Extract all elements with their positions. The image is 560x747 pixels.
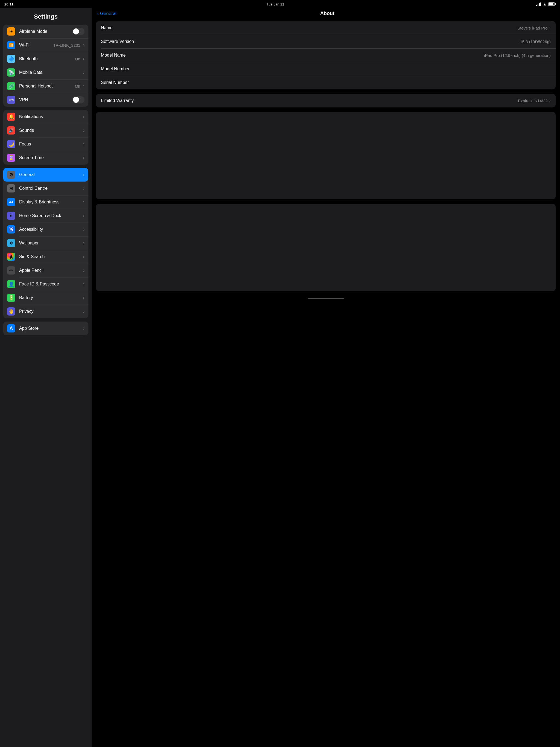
sidebar-group-store: A App Store ›: [3, 321, 88, 335]
focus-icon: 🌙: [7, 140, 15, 148]
sidebar-group-network: ✈ Airplane Mode 📶 Wi-Fi TP-LINK_3201 › 🔷…: [3, 25, 88, 107]
notifications-icon: 🔔: [7, 113, 15, 121]
sidebar-group-notifications: 🔔 Notifications › 🔊 Sounds › 🌙 Focus › ⌛…: [3, 110, 88, 164]
sidebar-item-battery[interactable]: 🔋 Battery ›: [3, 291, 88, 305]
sounds-label: Sounds: [19, 128, 81, 133]
info-group-main: Name Steve's iPad Pro › Software Version…: [96, 21, 556, 89]
sidebar-item-face-id-passcode[interactable]: 👤 Face ID & Passcode ›: [3, 277, 88, 291]
model-name-label: Model Name: [101, 53, 484, 58]
siri-search-label: Siri & Search: [19, 254, 81, 259]
sidebar-item-sounds[interactable]: 🔊 Sounds ›: [3, 124, 88, 137]
sidebar-item-privacy[interactable]: 🤚 Privacy ›: [3, 305, 88, 318]
battery-settings-icon: 🔋: [7, 294, 15, 302]
name-chevron-icon: ›: [549, 25, 551, 30]
mobile-data-icon: 📡: [7, 68, 15, 77]
sidebar-item-general[interactable]: ⚙ General ›: [3, 168, 88, 182]
accessibility-chevron-icon: ›: [83, 227, 84, 232]
home-indicator-bar: [308, 298, 344, 299]
vpn-toggle[interactable]: [73, 96, 84, 103]
info-row-model-number[interactable]: Model Number ›: [96, 62, 556, 76]
focus-label: Focus: [19, 141, 81, 147]
vpn-icon: VPN: [7, 96, 15, 104]
sidebar: Settings ✈ Airplane Mode 📶 Wi-Fi TP-LINK…: [0, 8, 92, 747]
bluetooth-label: Bluetooth: [19, 56, 75, 61]
privacy-label: Privacy: [19, 309, 81, 314]
airplane-mode-label: Airplane Mode: [19, 29, 73, 34]
bluetooth-icon: 🔷: [7, 55, 15, 63]
personal-hotspot-label: Personal Hotspot: [19, 84, 75, 88]
siri-search-icon: ◉: [7, 253, 15, 261]
general-icon: ⚙: [7, 171, 15, 179]
sidebar-item-app-store[interactable]: A App Store ›: [3, 321, 88, 335]
wallpaper-icon: ❄: [7, 239, 15, 247]
home-screen-dock-icon: ⠿: [7, 212, 15, 220]
sidebar-item-wifi[interactable]: 📶 Wi-Fi TP-LINK_3201 ›: [3, 38, 88, 52]
sidebar-item-apple-pencil[interactable]: ✏ Apple Pencil ›: [3, 264, 88, 277]
apple-pencil-chevron-icon: ›: [83, 268, 84, 273]
wifi-label: Wi-Fi: [19, 43, 53, 48]
right-panel: ‹ General About Name Steve's iPad Pro › …: [92, 8, 560, 747]
back-chevron-icon: ‹: [97, 10, 99, 17]
screen-time-chevron-icon: ›: [83, 155, 84, 160]
limited-warranty-value: Expires: 1/14/22: [518, 98, 548, 103]
info-row-name[interactable]: Name Steve's iPad Pro ›: [96, 21, 556, 35]
sidebar-item-wallpaper[interactable]: ❄ Wallpaper ›: [3, 236, 88, 250]
display-brightness-icon: AA: [7, 198, 15, 206]
sidebar-item-focus[interactable]: 🌙 Focus ›: [3, 137, 88, 151]
info-row-serial-number: Serial Number: [96, 76, 556, 89]
battery-icon: [548, 2, 556, 6]
info-row-software-version: Software Version 15.3 (19D5026g): [96, 35, 556, 48]
home-screen-dock-label: Home Screen & Dock: [19, 213, 81, 218]
sidebar-item-bluetooth[interactable]: 🔷 Bluetooth On ›: [3, 52, 88, 66]
sidebar-item-accessibility[interactable]: ♿ Accessibility ›: [3, 223, 88, 236]
display-brightness-chevron-icon: ›: [83, 200, 84, 205]
face-id-passcode-chevron-icon: ›: [83, 282, 84, 287]
personal-hotspot-chevron-icon: ›: [83, 84, 84, 88]
control-centre-chevron-icon: ›: [83, 186, 84, 191]
sidebar-item-control-centre[interactable]: ⊞ Control Centre ›: [3, 182, 88, 195]
focus-chevron-icon: ›: [83, 141, 84, 147]
general-label: General: [19, 172, 81, 177]
sidebar-item-airplane-mode[interactable]: ✈ Airplane Mode: [3, 25, 88, 38]
airplane-mode-toggle[interactable]: [73, 28, 84, 35]
limited-warranty-label: Limited Warranty: [101, 98, 518, 103]
sidebar-item-mobile-data[interactable]: 📡 Mobile Data ›: [3, 66, 88, 79]
info-group-warranty: Limited Warranty Expires: 1/14/22 ›: [96, 94, 556, 107]
wifi-chevron-icon: ›: [83, 43, 84, 48]
model-number-chevron-icon: ›: [549, 67, 551, 71]
sidebar-item-screen-time[interactable]: ⌛ Screen Time ›: [3, 151, 88, 164]
sidebar-item-vpn[interactable]: VPN VPN: [3, 93, 88, 107]
sidebar-item-home-screen-dock[interactable]: ⠿ Home Screen & Dock ›: [3, 209, 88, 223]
wifi-value: TP-LINK_3201: [53, 43, 80, 48]
app-store-chevron-icon: ›: [83, 326, 84, 331]
notifications-chevron-icon: ›: [83, 114, 84, 119]
sidebar-group-general: ⚙ General › ⊞ Control Centre › AA Displa…: [3, 168, 88, 318]
right-header: ‹ General About: [92, 8, 560, 21]
privacy-icon: 🤚: [7, 307, 15, 315]
empty-group-1: [96, 112, 556, 199]
sounds-icon: 🔊: [7, 126, 15, 134]
control-centre-icon: ⊞: [7, 184, 15, 192]
sidebar-item-siri-search[interactable]: ◉ Siri & Search ›: [3, 250, 88, 264]
sidebar-item-notifications[interactable]: 🔔 Notifications ›: [3, 110, 88, 124]
status-time: 20:11: [4, 2, 14, 6]
signal-icon: [536, 2, 541, 6]
privacy-chevron-icon: ›: [83, 309, 84, 314]
back-button[interactable]: ‹ General: [97, 10, 117, 17]
model-name-value: iPad Pro (12.9-inch) (4th generation): [484, 53, 551, 58]
battery-chevron-icon: ›: [83, 295, 84, 300]
app-store-label: App Store: [19, 326, 81, 331]
sidebar-item-display-brightness[interactable]: AA Display & Brightness ›: [3, 195, 88, 209]
limited-warranty-chevron-icon: ›: [549, 98, 551, 103]
wifi-settings-icon: 📶: [7, 41, 15, 49]
sidebar-item-personal-hotspot[interactable]: 🔗 Personal Hotspot Off ›: [3, 79, 88, 93]
bluetooth-chevron-icon: ›: [83, 56, 84, 61]
info-row-limited-warranty[interactable]: Limited Warranty Expires: 1/14/22 ›: [96, 94, 556, 107]
empty-group-2: [96, 204, 556, 291]
software-version-label: Software Version: [101, 39, 520, 44]
status-date: Tue Jan 11: [266, 2, 284, 6]
wifi-icon: ▲: [543, 2, 546, 6]
accessibility-icon: ♿: [7, 225, 15, 233]
vpn-label: VPN: [19, 97, 73, 102]
home-screen-dock-chevron-icon: ›: [83, 213, 84, 218]
